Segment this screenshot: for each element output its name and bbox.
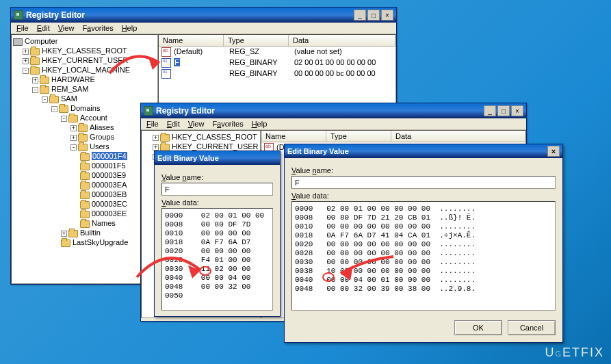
tree-hklm[interactable]: HKEY_LOCAL_MACHINE bbox=[42, 66, 130, 74]
dialog-titlebar[interactable]: Edit Binary Value × bbox=[285, 144, 562, 158]
tree-hkcu[interactable]: HKEY_CURRENT_USER bbox=[42, 56, 129, 64]
tree-names[interactable]: Names bbox=[92, 219, 116, 227]
regedit-icon bbox=[14, 10, 23, 20]
expander-icon[interactable]: - bbox=[70, 144, 77, 151]
tree-account[interactable]: Account bbox=[80, 114, 107, 122]
close-button[interactable]: × bbox=[547, 146, 560, 157]
menu-file[interactable]: FFileile bbox=[16, 24, 29, 32]
tree-lastsky[interactable]: LastSkyUpgrade bbox=[73, 238, 128, 246]
col-data[interactable]: Data bbox=[289, 35, 395, 46]
titlebar[interactable]: Registry Editor _ □ × bbox=[11, 8, 396, 23]
list-header: Name Type Data bbox=[261, 131, 525, 142]
tree-hkcu[interactable]: HKEY_CURRENT_USER bbox=[172, 142, 259, 151]
list-row[interactable]: REG_BINARY 00 00 00 00 bc 00 00 00 bbox=[159, 68, 395, 79]
value-type: REG_BINARY bbox=[229, 58, 294, 68]
col-name[interactable]: Name bbox=[159, 35, 224, 46]
expander-icon[interactable]: + bbox=[32, 77, 38, 83]
computer-icon bbox=[13, 38, 23, 46]
folder-icon bbox=[30, 67, 40, 75]
folder-icon bbox=[30, 57, 40, 65]
menu-bar: FFileile Edit View Favorites Help bbox=[11, 23, 396, 34]
menu-file[interactable]: File bbox=[146, 120, 159, 128]
menu-edit[interactable]: Edit bbox=[37, 24, 50, 32]
tree-user-3e9[interactable]: 000003E9 bbox=[92, 171, 126, 179]
col-type[interactable]: Type bbox=[224, 35, 289, 46]
tree-aliases[interactable]: Aliases bbox=[90, 123, 114, 131]
tree-user-1f5[interactable]: 000001F5 bbox=[92, 161, 126, 170]
value-type: REG_BINARY bbox=[229, 69, 294, 79]
folder-icon bbox=[49, 96, 59, 103]
menu-view[interactable]: View bbox=[58, 24, 75, 32]
edit-binary-dialog-2[interactable]: Edit Binary Value × Value name: Value da… bbox=[284, 144, 563, 343]
expander-icon[interactable]: + bbox=[23, 49, 29, 55]
expander-icon[interactable]: + bbox=[153, 135, 159, 141]
ok-button[interactable]: OK bbox=[454, 320, 502, 335]
tree-user-3eb[interactable]: 000003EB bbox=[92, 190, 127, 198]
value-name-input[interactable] bbox=[161, 183, 273, 196]
folder-icon bbox=[80, 172, 90, 180]
dialog-title: Edit Binary Value bbox=[157, 154, 277, 162]
tree-builtin[interactable]: Builtin bbox=[80, 229, 101, 237]
registry-tree[interactable]: Computer +HKEY_CLASSES_ROOT +HKEY_CURREN… bbox=[11, 34, 158, 284]
tree-user-3ea[interactable]: 000003EA bbox=[92, 181, 127, 189]
expander-icon[interactable]: - bbox=[51, 106, 57, 112]
dialog-titlebar[interactable]: Edit Binary Value bbox=[155, 151, 280, 165]
tree-root[interactable]: Computer bbox=[25, 37, 57, 45]
tree-user-3ec[interactable]: 000003EC bbox=[92, 200, 127, 208]
col-data[interactable]: Data bbox=[391, 131, 525, 142]
window-title: Registry Editor bbox=[156, 106, 484, 116]
col-type[interactable]: Type bbox=[326, 131, 391, 142]
cancel-button[interactable]: Cancel bbox=[508, 320, 556, 335]
value-data-label: Value data: bbox=[291, 192, 556, 200]
tree-users[interactable]: Users bbox=[90, 142, 109, 151]
edit-binary-dialog-1[interactable]: Edit Binary Value Value name: Value data… bbox=[154, 151, 281, 317]
tree-user-3ee[interactable]: 000003EE bbox=[92, 209, 127, 218]
menu-edit[interactable]: Edit bbox=[167, 120, 180, 128]
menu-favorites[interactable]: Favorites bbox=[82, 24, 113, 32]
expander-icon[interactable]: - bbox=[42, 96, 48, 103]
value-type: REG_SZ bbox=[229, 47, 294, 57]
folder-icon bbox=[78, 125, 88, 132]
expander-icon[interactable]: + bbox=[153, 144, 159, 151]
value-data-label: Value data: bbox=[161, 198, 273, 207]
close-button[interactable]: × bbox=[381, 10, 393, 21]
minimize-button[interactable]: _ bbox=[354, 10, 366, 21]
menu-help[interactable]: Help bbox=[252, 120, 268, 128]
expander-icon[interactable]: - bbox=[61, 116, 67, 122]
titlebar[interactable]: Registry Editor _ □ × bbox=[141, 103, 526, 118]
tree-groups[interactable]: Groups bbox=[90, 133, 114, 141]
expander-icon[interactable]: - bbox=[23, 68, 29, 74]
tree-domains[interactable]: Domains bbox=[70, 104, 100, 112]
regedit-icon bbox=[144, 106, 153, 116]
minimize-button[interactable]: _ bbox=[484, 105, 496, 116]
tree-hkcr[interactable]: HKEY_CLASSES_ROOT bbox=[172, 133, 257, 141]
close-button[interactable]: × bbox=[511, 105, 523, 116]
maximize-button[interactable]: □ bbox=[497, 105, 510, 116]
hex-editor[interactable]: 0000 02 00 01 00 00 0008 00 80 DF 7D 001… bbox=[161, 208, 273, 311]
expander-icon[interactable]: + bbox=[23, 58, 29, 64]
expander-icon[interactable]: + bbox=[70, 125, 77, 131]
expander-icon[interactable]: + bbox=[61, 231, 67, 237]
window-buttons: _ □ × bbox=[354, 10, 393, 21]
menu-favorites[interactable]: Favorites bbox=[212, 120, 243, 128]
folder-icon bbox=[61, 239, 70, 247]
tree-sam[interactable]: SAM bbox=[61, 94, 77, 103]
folder-icon bbox=[80, 163, 90, 170]
tree-hkcr[interactable]: HKEY_CLASSES_ROOT bbox=[42, 47, 127, 55]
list-row[interactable]: (Default) REG_SZ (value not set) bbox=[159, 47, 395, 57]
menu-view[interactable]: View bbox=[188, 120, 205, 128]
menu-help[interactable]: Help bbox=[122, 24, 138, 32]
value-name-label: Value name: bbox=[291, 166, 556, 174]
watermark: UGETFIX bbox=[545, 346, 604, 360]
value-name-input[interactable] bbox=[291, 176, 556, 189]
tree-hardware[interactable]: HARDWARE bbox=[51, 75, 95, 83]
list-row[interactable]: F REG_BINARY 02 00 01 00 00 00 00 00 bbox=[159, 57, 395, 68]
string-value-icon bbox=[161, 47, 171, 57]
hex-editor[interactable]: 0000 02 00 01 00 00 00 00 00 ........ 00… bbox=[291, 201, 556, 311]
tree-rem-sam[interactable]: REM_SAM bbox=[51, 85, 88, 93]
tree-user-1f4[interactable]: 000001F4 bbox=[92, 152, 127, 160]
expander-icon[interactable]: - bbox=[32, 87, 38, 93]
maximize-button[interactable]: □ bbox=[367, 10, 380, 21]
expander-icon[interactable]: + bbox=[70, 135, 77, 141]
col-name[interactable]: Name bbox=[261, 131, 326, 142]
